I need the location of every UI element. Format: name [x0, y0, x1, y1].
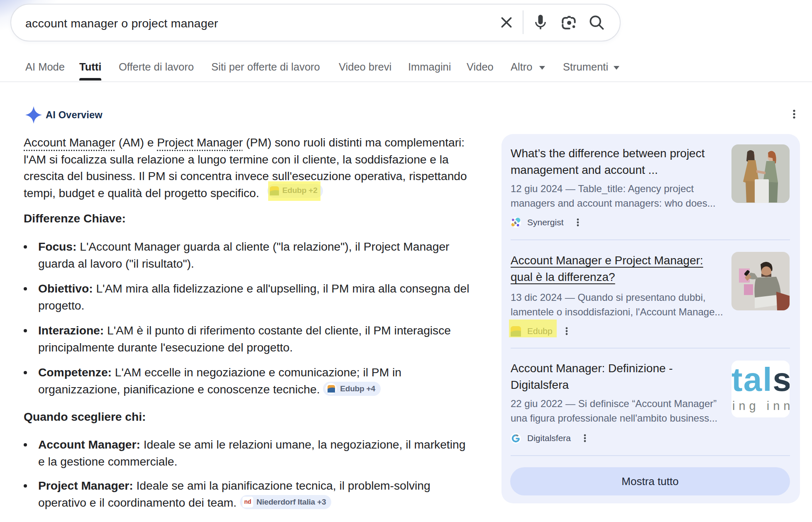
svg-text:ing inn: ing inn	[732, 399, 790, 412]
svg-text:s: s	[514, 220, 516, 225]
svg-text:tals: tals	[731, 361, 790, 398]
